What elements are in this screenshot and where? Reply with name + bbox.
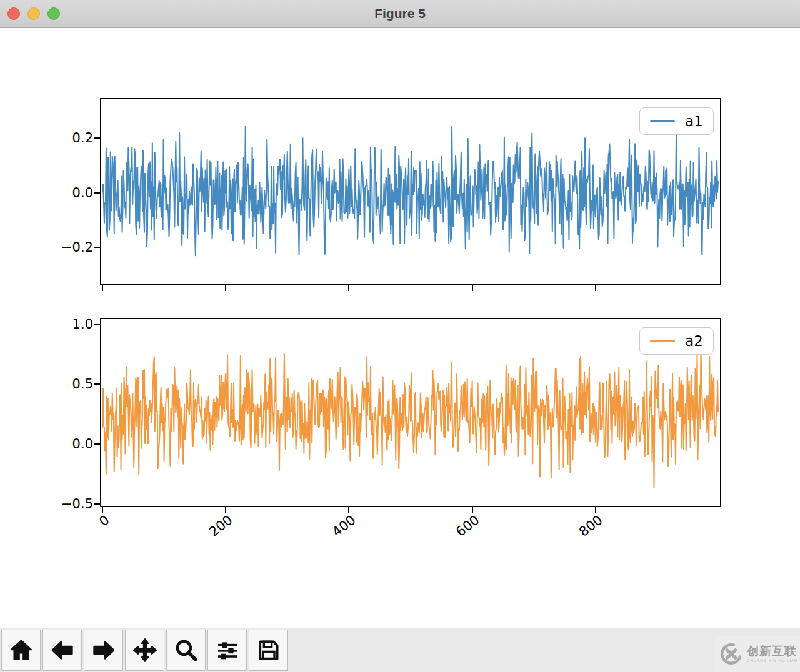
- axes-a1[interactable]: a1 0.20.0−0.2: [100, 98, 721, 285]
- y-tick-label: 0.0: [72, 437, 93, 450]
- arrow-right-icon: [91, 638, 116, 663]
- zoom-button[interactable]: [166, 630, 206, 671]
- y-tick-mark: [94, 503, 100, 505]
- x-tick-mark: [595, 285, 596, 291]
- legend-a2: a2: [639, 327, 714, 355]
- sliders-icon: [215, 638, 240, 663]
- configure-subplots-button[interactable]: [208, 630, 247, 671]
- legend-line-sample-a1: [650, 120, 675, 122]
- y-tick-label: 1.0: [72, 318, 93, 331]
- x-tick-mark: [102, 285, 103, 291]
- x-tick-mark: [472, 285, 473, 291]
- watermark-logo-icon: [719, 642, 743, 666]
- axes-a2[interactable]: a2 1.00.50.0−0.50200400600800: [100, 318, 721, 507]
- y-tick-label: −0.2: [61, 241, 93, 254]
- titlebar[interactable]: Figure 5: [0, 0, 800, 28]
- y-tick-mark: [94, 324, 100, 325]
- back-button[interactable]: [42, 630, 82, 671]
- x-tick-mark: [348, 285, 349, 291]
- legend-label-a1: a1: [685, 113, 703, 129]
- y-tick-mark: [94, 192, 100, 194]
- floppy-disk-icon: [256, 638, 281, 663]
- y-tick-mark: [94, 443, 100, 445]
- watermark: 创新互联 CHUANG XIN HU LIAN: [715, 636, 800, 672]
- close-button[interactable]: [8, 7, 20, 20]
- arrow-left-icon: [50, 638, 75, 663]
- y-tick-label: 0.2: [72, 132, 93, 145]
- y-tick-label: 0.0: [72, 186, 93, 199]
- pan-button[interactable]: [125, 630, 164, 671]
- x-tick-label: 600: [454, 513, 482, 539]
- window-title: Figure 5: [374, 6, 426, 21]
- legend-label-a2: a2: [685, 333, 703, 349]
- legend-a1: a1: [639, 107, 714, 135]
- watermark-cn-text: 创新互联: [747, 645, 798, 658]
- x-tick-label: 200: [208, 513, 236, 539]
- matplotlib-toolbar: 创新互联 CHUANG XIN HU LIAN: [0, 628, 800, 672]
- minimize-button[interactable]: [28, 7, 40, 20]
- forward-button[interactable]: [84, 630, 123, 671]
- x-tick-label: 400: [331, 513, 359, 539]
- home-icon: [9, 638, 34, 663]
- x-tick-mark: [225, 285, 226, 291]
- y-tick-mark: [94, 383, 100, 385]
- x-tick-label: 0: [97, 513, 111, 529]
- y-tick-label: −0.5: [61, 497, 93, 510]
- x-tick-label: 800: [577, 513, 605, 539]
- magnifier-icon: [174, 638, 199, 663]
- y-tick-label: 0.5: [72, 378, 93, 391]
- y-tick-mark: [94, 247, 100, 248]
- plot-canvas-a2[interactable]: [101, 319, 720, 506]
- plot-canvas-a1[interactable]: [101, 99, 720, 284]
- home-button[interactable]: [1, 630, 41, 671]
- watermark-en-text: CHUANG XIN HU LIAN: [747, 659, 798, 663]
- move-icon: [132, 638, 158, 663]
- maximize-button[interactable]: [48, 7, 60, 20]
- save-button[interactable]: [249, 630, 288, 671]
- legend-line-sample-a2: [650, 340, 675, 342]
- y-tick-mark: [94, 137, 100, 139]
